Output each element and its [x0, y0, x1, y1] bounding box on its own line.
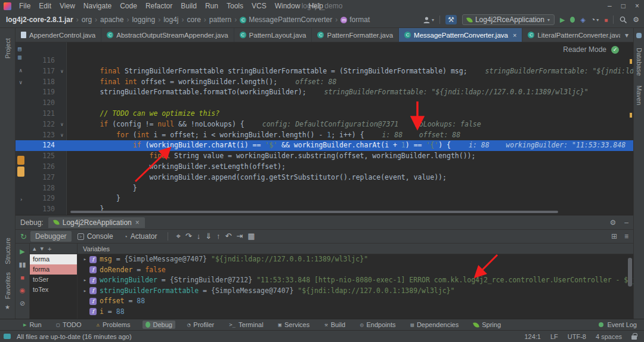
- menu-help[interactable]: Help: [304, 2, 327, 10]
- toolwindow-button-terminal[interactable]: >_Terminal: [226, 321, 266, 329]
- line-number[interactable]: 130: [16, 204, 57, 215]
- caret-position[interactable]: 124:1: [524, 333, 541, 340]
- line-number[interactable]: 120: [16, 98, 57, 109]
- code-line-129[interactable]: 129 }: [16, 193, 633, 204]
- line-number[interactable]: 122: [16, 119, 57, 130]
- fold-icon[interactable]: ∨: [57, 119, 67, 130]
- code-line-120[interactable]: 120: [16, 98, 633, 109]
- toolwindow-button-services[interactable]: ▣Services: [275, 321, 313, 329]
- code-line-121[interactable]: 121 // TODO can we optimize this?: [16, 109, 633, 119]
- toolwindow-button-debug[interactable]: Debug: [143, 321, 175, 329]
- step-over-icon[interactable]: ↷: [184, 232, 194, 241]
- expand-icon[interactable]: ▸: [81, 286, 89, 297]
- resume-button[interactable]: ▶: [20, 248, 24, 255]
- editor-tab[interactable]: CPatternLayout.java: [234, 28, 312, 42]
- breadcrumb-item[interactable]: logging: [131, 16, 156, 24]
- toolwindow-button-todo[interactable]: ▢TODO: [54, 321, 85, 329]
- horizontal-scrollbar[interactable]: [70, 211, 558, 213]
- event-log-button[interactable]: Event Log: [599, 321, 637, 328]
- editor-tab[interactable]: CMessagePatternConverter.java×: [399, 28, 522, 42]
- line-number[interactable]: 128: [16, 183, 57, 194]
- debug-tab-debugger[interactable]: Debugger: [30, 231, 72, 242]
- code-line-118[interactable]: 118 final int offset = workingBuilder.le…: [16, 77, 633, 88]
- frame-up-icon[interactable]: ▴: [33, 245, 36, 252]
- readonly-lock-icon[interactable]: [631, 335, 637, 340]
- debug-button[interactable]: [570, 17, 575, 23]
- tool-stripe-structure[interactable]: Structure: [4, 238, 11, 264]
- run-button[interactable]: ▶: [560, 16, 565, 24]
- breadcrumb-item[interactable]: apache: [99, 16, 125, 24]
- settings-menu-icon[interactable]: ≡: [624, 232, 628, 241]
- menu-refactor[interactable]: Refactor: [141, 2, 177, 10]
- stop-button[interactable]: ■: [604, 17, 608, 23]
- restore-layout-icon[interactable]: ⊞: [611, 232, 617, 241]
- scroll-down-icon[interactable]: ∨: [19, 79, 22, 85]
- rerun-button[interactable]: ↻: [20, 232, 27, 241]
- frame-item[interactable]: forma: [30, 254, 77, 264]
- breadcrumb-item[interactable]: org: [80, 16, 93, 24]
- user-button[interactable]: ▾: [423, 16, 434, 24]
- pause-button[interactable]: ▮▮: [18, 261, 26, 269]
- expand-icon[interactable]: ▸: [81, 254, 89, 265]
- error-stripe-mark[interactable]: [630, 113, 632, 118]
- breadcrumb-item[interactable]: mformat: [339, 16, 371, 24]
- build-project-button[interactable]: ⚒: [445, 15, 457, 24]
- mute-breakpoints-button[interactable]: ⊘: [20, 300, 25, 307]
- fold-icon[interactable]: ∨: [57, 66, 67, 77]
- search-everywhere-button[interactable]: [619, 16, 627, 24]
- close-tab-icon[interactable]: ×: [513, 32, 516, 39]
- code-line-123[interactable]: 123∨ for (int i = offset; i < workingBui…: [16, 130, 633, 141]
- reader-mode-label[interactable]: Reader Mode: [563, 45, 606, 54]
- variable-row[interactable]: ▸fstringBuilderFormattable = {SimpleMess…: [78, 286, 633, 297]
- menu-view[interactable]: View: [55, 2, 79, 10]
- code-line-116[interactable]: 116: [16, 56, 633, 66]
- debug-session-tab[interactable]: Log4j2RceApplication ×: [48, 217, 145, 228]
- frame-item[interactable]: toSer: [30, 275, 77, 285]
- menu-build[interactable]: Build: [177, 2, 201, 10]
- menu-window[interactable]: Window: [271, 2, 305, 10]
- editor[interactable]: Reader Mode ✓ ▤ ▥ ∧ ∨ › 116117∨ final St…: [16, 42, 633, 215]
- variable-row[interactable]: fi = 88: [78, 307, 633, 318]
- variables-tab-label[interactable]: Variables: [83, 245, 110, 252]
- scroll-up-icon[interactable]: ∧: [19, 67, 22, 73]
- line-number[interactable]: 119: [16, 87, 57, 98]
- code-line-125[interactable]: 125 final String value = workingBuilder.…: [16, 151, 633, 162]
- evaluate-expression-icon[interactable]: ▦: [246, 232, 256, 241]
- variable-row[interactable]: foffset = 88: [78, 296, 633, 307]
- frame-item[interactable]: forma: [30, 264, 77, 275]
- close-session-icon[interactable]: ×: [135, 218, 140, 227]
- menu-navigate[interactable]: Navigate: [79, 2, 116, 10]
- line-separator-indicator[interactable]: LF: [550, 333, 558, 340]
- hide-icon[interactable]: –: [624, 218, 628, 227]
- breadcrumb-item[interactable]: pattern: [208, 16, 233, 24]
- variable-row[interactable]: fdoRender = false: [78, 265, 633, 276]
- menu-edit[interactable]: Edit: [35, 2, 55, 10]
- tool-stripe-project[interactable]: Project: [4, 38, 11, 58]
- minimize-button[interactable]: –: [608, 2, 612, 10]
- expand-icon[interactable]: ›: [20, 196, 23, 202]
- force-step-into-icon[interactable]: ⇓: [203, 232, 213, 241]
- settings-button[interactable]: ⚙: [633, 16, 639, 24]
- maximize-button[interactable]: □: [621, 2, 626, 10]
- menu-file[interactable]: File: [15, 2, 35, 10]
- toolwindow-button-build[interactable]: ⚒Build: [321, 321, 348, 329]
- inspections-ok-icon[interactable]: ✓: [611, 46, 619, 54]
- code-line-122[interactable]: 122∨ if (config != null && !noLookups) {…: [16, 119, 633, 130]
- menu-tools[interactable]: Tools: [222, 2, 247, 10]
- editor-tab[interactable]: CLiteralPatternConverter.java: [522, 28, 620, 42]
- toolwindow-button-dependencies[interactable]: ▤Dependencies: [407, 321, 462, 329]
- breadcrumb-item[interactable]: CMessagePatternConverter: [239, 16, 333, 24]
- fold-icon[interactable]: ∨: [57, 130, 67, 141]
- variable-row[interactable]: ▸fworkingBuilder = {StringBuilder@7212} …: [78, 275, 633, 286]
- code-line-128[interactable]: 128 }: [16, 183, 633, 194]
- debug-tab-actuator[interactable]: ◔Actuator: [119, 231, 162, 242]
- tool-stripe-favorites[interactable]: Favorites ★: [4, 270, 11, 310]
- breadcrumb-item[interactable]: log4j2-core-2.8.1.jar: [5, 16, 75, 24]
- code-line-127[interactable]: 127 workingBuilder.append(config.getStrS…: [16, 172, 633, 183]
- indent-indicator[interactable]: 4 spaces: [596, 333, 622, 340]
- error-stripe-mark[interactable]: [630, 59, 632, 64]
- code-line-117[interactable]: 117∨ final StringBuilderFormattable stri…: [16, 66, 633, 77]
- breadcrumb-item[interactable]: log4j: [162, 16, 179, 24]
- stop-button[interactable]: ■: [20, 274, 24, 281]
- editor-tab[interactable]: CPatternFormatter.java: [312, 28, 399, 42]
